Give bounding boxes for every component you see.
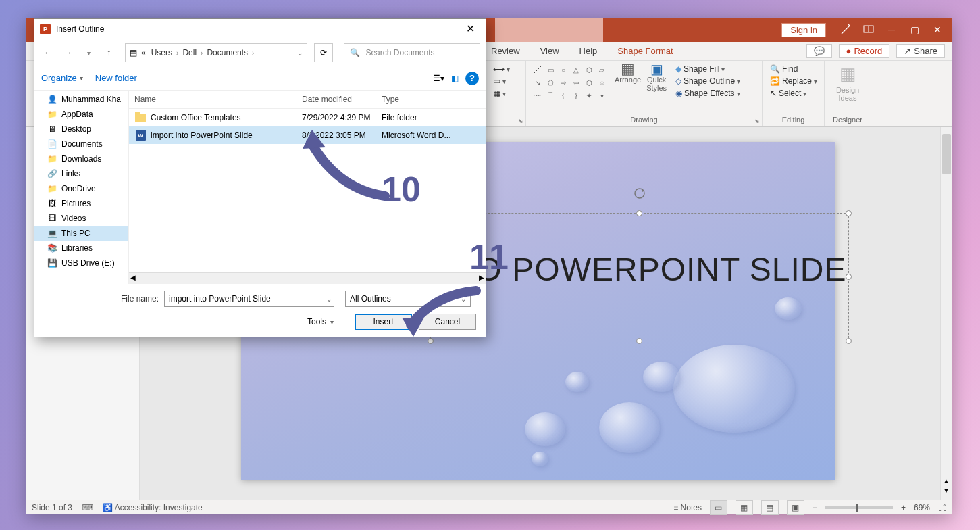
smartart-icon[interactable]: ▦ ▾	[491, 88, 508, 99]
display-settings-icon[interactable]	[857, 20, 880, 40]
powerpoint-icon: P	[40, 24, 51, 34]
tree-item-documents[interactable]: 📄Documents	[34, 137, 128, 151]
share-icon: ↗	[904, 46, 911, 56]
desktop-icon: 🖥	[47, 124, 57, 135]
group-launcher-icon[interactable]: ⬊	[754, 118, 760, 124]
col-date[interactable]: Date modified	[302, 95, 382, 104]
slideshow-view-icon[interactable]: ▣	[787, 500, 804, 515]
draw-mode-icon[interactable]	[834, 20, 857, 40]
tree-item-muhammad-kha[interactable]: 👤Muhammad Kha	[34, 92, 128, 107]
zoom-level[interactable]: 69%	[914, 503, 930, 512]
crumb-prefix[interactable]: «	[140, 48, 147, 57]
select-button[interactable]: ↖Select▾	[768, 88, 808, 99]
zoom-in-icon[interactable]: +	[901, 503, 906, 512]
file-name-input[interactable]	[164, 291, 334, 307]
filename-dropdown-icon[interactable]: ⌄	[326, 295, 332, 303]
tab-shape-format[interactable]: Shape Format	[612, 43, 678, 59]
replace-button[interactable]: 🔁Replace▾	[768, 76, 819, 87]
notes-button[interactable]: ≡ Notes	[673, 503, 702, 512]
shape-outline-button[interactable]: ◇Shape Outline▾	[673, 76, 742, 87]
dialog-nav-bar: ← → ▾ ↑ ▤ « Users› Dell› Documents› ⌄ ⟳ …	[34, 39, 486, 66]
pc-icon: 💻	[47, 228, 57, 239]
tree-item-links[interactable]: 🔗Links	[34, 166, 128, 181]
tree-item-libraries[interactable]: 📚Libraries	[34, 241, 128, 256]
tree-item-this-pc[interactable]: 💻This PC	[34, 226, 128, 241]
col-type[interactable]: Type	[382, 95, 480, 104]
new-folder-button[interactable]: New folder	[95, 73, 137, 83]
refresh-icon[interactable]: ⟳	[314, 43, 333, 62]
tree-item-videos[interactable]: 🎞Videos	[34, 211, 128, 226]
organize-button[interactable]: Organize ▾	[41, 73, 83, 83]
cancel-button[interactable]: Cancel	[419, 314, 476, 330]
design-ideas-icon[interactable]: ▦	[840, 64, 856, 85]
horizontal-scrollbar[interactable]: ◀ ▶	[129, 272, 486, 284]
zoom-out-icon[interactable]: −	[813, 503, 817, 512]
breadcrumb-dropdown-icon[interactable]: ⌄	[297, 49, 303, 57]
normal-view-icon[interactable]: ▭	[710, 500, 727, 515]
tree-item-appdata[interactable]: 📁AppData	[34, 107, 128, 122]
comments-button[interactable]: 💬	[806, 44, 832, 58]
dialog-close-icon[interactable]: ✕	[461, 21, 480, 37]
file-type-filter[interactable]: All Outlines⌄	[345, 291, 471, 307]
file-row[interactable]: Custom Office Templates7/29/2022 4:39 PM…	[129, 109, 486, 126]
minimize-icon[interactable]: ─	[880, 20, 903, 40]
tab-help[interactable]: Help	[574, 43, 603, 59]
list-header[interactable]: Name Date modified Type	[129, 91, 486, 109]
dialog-toolbar: Organize ▾ New folder ☰▾ ◧ ?	[34, 66, 486, 91]
vertical-scrollbar[interactable]: ▲▼	[940, 127, 952, 500]
file-list[interactable]: Name Date modified Type Custom Office Te…	[129, 91, 486, 284]
title-text-box[interactable]: NTO POWERPOINT SLIDE	[430, 213, 849, 341]
breadcrumb-overflow-icon[interactable]: ▤	[130, 48, 137, 57]
sorter-view-icon[interactable]: ▦	[736, 500, 753, 515]
tree-item-desktop[interactable]: 🖥Desktop	[34, 122, 128, 137]
accessibility-button[interactable]: ♿ Accessibility: Investigate	[103, 503, 203, 512]
recent-dropdown-icon[interactable]: ▾	[80, 45, 97, 61]
tree-item-onedrive[interactable]: 📁OneDrive	[34, 181, 128, 196]
col-name[interactable]: Name	[134, 95, 302, 104]
tree-item-pictures[interactable]: 🖼Pictures	[34, 196, 128, 211]
arrange-icon[interactable]: ▦	[623, 64, 634, 74]
quick-styles-icon[interactable]: ▣	[651, 64, 662, 74]
cursor-icon: ↖	[770, 89, 777, 98]
shapes-gallery[interactable]: ▭ ○ △ ⬡ ▱ ↘ ⬠ ⇨ ⇦ ⬡ ☆ 〰 ⌒ { } ✦ ▾	[532, 64, 608, 101]
text-direction-icon[interactable]: ⟷ ▾	[491, 64, 512, 74]
preview-pane-icon[interactable]: ◧	[451, 74, 459, 83]
forward-icon[interactable]: →	[60, 45, 76, 61]
breadcrumb[interactable]: ▤ « Users› Dell› Documents› ⌄	[125, 43, 307, 62]
shape-fill-button[interactable]: ◆Shape Fill▾	[673, 64, 727, 74]
up-icon[interactable]: ↑	[101, 45, 117, 61]
maximize-icon[interactable]: ▢	[903, 20, 926, 40]
tools-button[interactable]: Tools ▾	[307, 317, 334, 327]
reading-view-icon[interactable]: ▤	[761, 500, 779, 515]
spell-check-icon[interactable]: ⌨	[82, 503, 93, 512]
share-button[interactable]: ↗Share	[896, 44, 945, 58]
search-icon: 🔍	[350, 48, 360, 57]
help-icon[interactable]: ?	[465, 72, 479, 85]
record-button[interactable]: ●Record	[839, 44, 890, 58]
tree-item-usb-drive-e-[interactable]: 💾USB Drive (E:)	[34, 256, 128, 270]
close-icon[interactable]: ✕	[926, 20, 949, 40]
crumb-users[interactable]: Users	[150, 48, 174, 57]
tree-item-downloads[interactable]: 📁Downloads	[34, 151, 128, 166]
crumb-documents[interactable]: Documents	[205, 48, 249, 57]
search-input[interactable]: 🔍 Search Documents	[344, 43, 480, 62]
insert-button[interactable]: Insert	[355, 314, 412, 330]
crumb-dell[interactable]: Dell	[181, 48, 198, 57]
group-launcher-icon[interactable]: ⬊	[518, 118, 523, 124]
tab-review[interactable]: Review	[486, 43, 525, 59]
align-text-icon[interactable]: ▭ ▾	[491, 76, 508, 87]
view-mode-icon[interactable]: ☰▾	[433, 74, 444, 83]
zoom-slider[interactable]	[825, 506, 893, 509]
back-icon[interactable]: ←	[40, 45, 56, 61]
tab-view[interactable]: View	[535, 43, 565, 59]
collapse-ribbon-icon[interactable]: ⌃	[942, 503, 948, 512]
folder-tree[interactable]: 👤Muhammad Kha📁AppData🖥Desktop📄Documents📁…	[34, 91, 129, 284]
slide-title-text[interactable]: NTO POWERPOINT SLIDE	[431, 214, 848, 288]
dialog-footer: File name: ⌄ All Outlines⌄ Tools ▾ Inser…	[34, 284, 486, 337]
file-row[interactable]: Wimport into PowerPoint Slide8/1/2022 3:…	[129, 126, 486, 144]
find-button[interactable]: 🔍Find	[768, 64, 800, 74]
shape-effects-button[interactable]: ◉Shape Effects▾	[673, 88, 742, 99]
dialog-title-bar[interactable]: P Insert Outline ✕	[34, 19, 486, 39]
comment-icon: 💬	[814, 46, 825, 56]
sign-in-button[interactable]: Sign in	[781, 23, 826, 37]
